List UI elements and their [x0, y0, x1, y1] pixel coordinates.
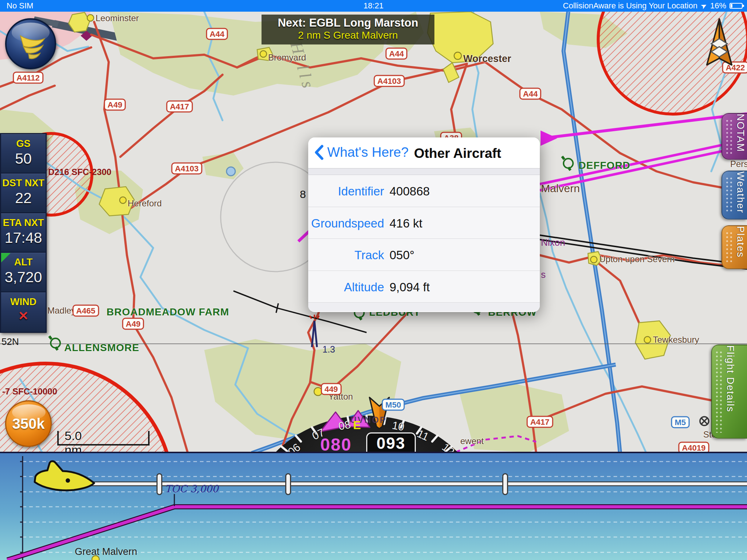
label-ewent: ewent [460, 436, 484, 446]
compass-tick-08: 08 [337, 418, 352, 432]
flight-cell-wind[interactable]: WIND ✕ [1, 292, 46, 332]
back-button-label: What's Here? [327, 145, 409, 160]
flight-cell-label: GS [1, 135, 46, 149]
flight-cell-gs[interactable]: GS 50 [1, 134, 46, 174]
road-badge-a44-2: A44 [386, 48, 407, 60]
battery-percent-label: 16% [710, 1, 726, 11]
label-pers: Pers [730, 159, 747, 169]
road-badge-a4112: A4112 [13, 72, 43, 84]
town-label-upton: Upton upon Severn [599, 254, 675, 264]
chart-scale-button[interactable]: 350k [5, 400, 52, 447]
waypoint-allensmore: ALLENSMORE [64, 342, 139, 354]
carrier-label: No SIM [7, 1, 33, 11]
flight-cell-value: 17:48 [1, 229, 46, 246]
popup-row-altitude: Altitude 9,094 ft [308, 271, 540, 303]
tab-grip-texture [725, 119, 733, 154]
road-badge-a44-1: A44 [206, 28, 228, 40]
row-value: 050° [390, 248, 414, 262]
road-badge-a44-3: A44 [519, 88, 541, 100]
row-value: 416 kt [390, 217, 422, 230]
flight-cell-label: DST NXT [1, 174, 46, 189]
flight-cell-label: WIND [1, 293, 46, 308]
popup-row-identifier: Identifier 400868 [308, 175, 540, 207]
obstacle-height-label: 1.3 [322, 344, 335, 355]
flight-cell-dst-nxt[interactable]: DST NXT 22 [1, 174, 46, 213]
road-badge-a4103-1: A4103 [374, 75, 405, 87]
road-badge-a465: A465 [73, 305, 99, 317]
clock-label: 18:21 [363, 1, 383, 11]
back-button[interactable]: What's Here? [314, 145, 409, 160]
road-badge-449: 449 [321, 383, 342, 395]
tab-label: Flight Details [724, 345, 736, 438]
town-label-madley: Madley [47, 306, 76, 316]
flight-cell-value: 3,720 [1, 268, 46, 286]
location-arrow-icon: ➤ [699, 0, 709, 11]
popup-footer [308, 303, 540, 311]
tab-grip-texture [725, 176, 733, 214]
road-badge-a417-1: A417 [166, 101, 193, 113]
altitude-profile-panel[interactable] [0, 452, 747, 560]
road-badge-a417-3: A417 [527, 416, 553, 428]
row-label: Altitude [344, 280, 384, 294]
town-label-malvern: Malvern [541, 182, 580, 195]
road-badge-a49-1: A49 [104, 99, 126, 111]
waypoint-broadmeadow-farm: BROADMEADOW FARM [107, 306, 229, 318]
airspace-label-d216: D216 SFC-2300 [48, 167, 111, 177]
tab-grip-texture [725, 231, 733, 263]
tab-flight-details[interactable]: Flight Details [711, 345, 747, 439]
popup-header: What's Here? Other Aircraft [308, 137, 540, 168]
road-badge-a49-2: A49 [122, 318, 144, 330]
flight-cell-value: 22 [1, 189, 46, 207]
next-waypoint-line2: 2 nm S Great Malvern [262, 30, 434, 41]
wing-logo-icon [7, 20, 55, 68]
flight-data-panel[interactable]: GS 50 DST NXT 22 ETA NXT 17:48 ALT 3,720… [0, 133, 47, 333]
town-label-tewkesbury: Tewkesbury [653, 335, 699, 345]
popup-scroll-strip [308, 168, 540, 175]
airspace-label-sfc10000: -7 SFC-10000 [2, 386, 57, 397]
next-waypoint-banner[interactable]: Next: EGBL Long Marston 2 nm S Great Mal… [262, 15, 434, 44]
compass-tick-10: 10 [391, 419, 405, 433]
compass-east-label: E [353, 419, 361, 432]
next-waypoint-line1: Next: EGBL Long Marston [262, 16, 434, 30]
popup-row-track: Track 050° [308, 239, 540, 271]
row-value: 400868 [390, 184, 430, 198]
compass-heading-box: 093 [366, 432, 416, 453]
latitude-label: 52N [1, 336, 19, 347]
popup-row-groundspeed: Groundspeed 416 kt [308, 207, 540, 239]
aircraft-icon [35, 461, 94, 490]
flight-cell-alt[interactable]: ALT 3,720 [1, 253, 46, 292]
town-label-hereford: Hereford [128, 198, 162, 209]
tab-grip-texture [715, 350, 723, 433]
row-label: Groundspeed [311, 217, 384, 230]
flight-cell-eta-nxt[interactable]: ETA NXT 17:48 [1, 213, 46, 253]
tab-notam[interactable]: NOTAM [721, 113, 747, 160]
flight-cell-value: 50 [1, 149, 46, 167]
road-badge-m50: M50 [382, 399, 405, 411]
label-eight: 8 [300, 188, 306, 201]
row-value: 9,094 ft [390, 280, 430, 294]
location-usage-label: CollisionAware is Using Your Location [563, 1, 697, 11]
tab-label: NOTAM [735, 114, 746, 159]
profile-waypoint-label: Great Malvern [75, 546, 137, 557]
tab-label: Weather [735, 171, 746, 219]
battery-icon [729, 3, 743, 9]
north-arrow-button[interactable] [700, 16, 735, 67]
app-screen: Leominster Bromyard Worcester Hereford M… [0, 0, 747, 560]
waypoint-defford: DEFFORD [578, 160, 630, 171]
tab-weather[interactable]: Weather [721, 171, 747, 219]
row-label: Track [355, 248, 384, 262]
back-chevron-icon [314, 145, 324, 160]
town-label-bromyard: Bromyard [268, 52, 306, 63]
top-of-climb-label: TOC 3,000 [165, 483, 218, 494]
row-label: Identifier [338, 184, 384, 198]
wind-unavailable-icon: ✕ [1, 308, 46, 323]
road-badge-m5: M5 [671, 416, 690, 428]
town-label-leominster: Leominster [96, 13, 139, 23]
label-nixon: Nixon [541, 237, 565, 248]
tab-plates[interactable]: Plates [721, 225, 747, 269]
popup-title: Other Aircraft [414, 146, 501, 161]
alt-ok-corner-icon [1, 253, 11, 262]
road-badge-a4103-2: A4103 [171, 163, 202, 175]
flight-cell-label: ETA NXT [1, 214, 46, 229]
app-logo-button[interactable] [5, 18, 56, 69]
